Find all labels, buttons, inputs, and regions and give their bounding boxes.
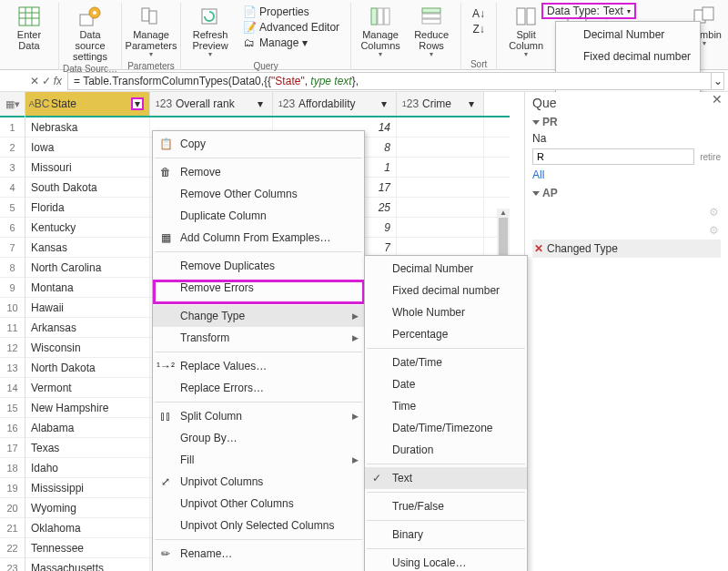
- type-icon[interactable]: 123: [402, 97, 419, 111]
- menu-item-group-by-[interactable]: Group By…: [153, 427, 364, 449]
- menu-item-add-column-from-examples-[interactable]: ▦Add Column From Examples…: [153, 227, 364, 249]
- row-number[interactable]: 19: [0, 478, 25, 498]
- menu-item-fill[interactable]: Fill▶: [153, 449, 364, 471]
- cell-state[interactable]: Nebraska: [25, 117, 150, 137]
- cell-state[interactable]: Montana: [25, 278, 150, 297]
- properties-button[interactable]: 📄Properties: [239, 5, 343, 19]
- column-filter-dropdown[interactable]: ▾: [131, 97, 144, 110]
- type-option-duration[interactable]: Duration: [365, 439, 527, 461]
- type-option-text[interactable]: ✓Text: [365, 467, 527, 489]
- row-number[interactable]: 8: [0, 258, 25, 278]
- refresh-preview-button[interactable]: RefreshPreview▾: [185, 3, 236, 61]
- advanced-editor-button[interactable]: 📝Advanced Editor: [239, 20, 343, 35]
- row-number[interactable]: 15: [0, 398, 25, 418]
- row-number[interactable]: 4: [0, 178, 25, 198]
- menu-item-move[interactable]: Move▶: [153, 565, 364, 571]
- sort-desc-button[interactable]: Z↓: [469, 22, 489, 36]
- row-number[interactable]: 17: [0, 438, 25, 458]
- cell-crime[interactable]: [397, 198, 484, 217]
- column-filter-dropdown[interactable]: ▾: [254, 97, 267, 110]
- menu-item-unpivot-only-selected-columns[interactable]: Unpivot Only Selected Columns: [153, 515, 364, 536]
- type-option-using-locale-[interactable]: Using Locale…: [365, 552, 527, 571]
- type-option-date[interactable]: Date: [365, 373, 527, 395]
- applied-step-changed-type[interactable]: ✕ Changed Type: [532, 240, 721, 258]
- cell-state[interactable]: Iowa: [25, 138, 150, 157]
- table-icon[interactable]: ▦▾: [0, 92, 25, 117]
- menu-item-change-type[interactable]: Change Type▶: [153, 305, 364, 327]
- formula-input[interactable]: = Table.TransformColumnTypes(Data0,{{"St…: [67, 72, 724, 90]
- column-header-overall-rank[interactable]: 123Overall rank▾: [150, 92, 273, 116]
- manage-columns-button[interactable]: ManageColumns▾: [355, 3, 406, 61]
- cell-crime[interactable]: [397, 238, 484, 257]
- row-number[interactable]: 13: [0, 358, 25, 378]
- cell-crime[interactable]: [397, 218, 484, 237]
- datatype-option-decimal-number[interactable]: Decimal Number: [556, 24, 700, 46]
- cell-state[interactable]: South Dakota: [25, 178, 150, 197]
- cell-state[interactable]: Alabama: [25, 418, 150, 437]
- applied-step[interactable]: ⚙: [532, 221, 721, 240]
- row-number[interactable]: 10: [0, 298, 25, 318]
- column-header-affordability[interactable]: 123Affordability▾: [273, 92, 397, 116]
- menu-item-unpivot-columns[interactable]: ⤢Unpivot Columns: [153, 471, 364, 493]
- manage-parameters-button[interactable]: ManageParameters▾: [126, 3, 177, 61]
- reduce-rows-button[interactable]: ReduceRows▾: [406, 3, 457, 61]
- cell-state[interactable]: Florida: [25, 198, 150, 217]
- cell-state[interactable]: Mississippi: [25, 478, 150, 497]
- menu-item-unpivot-other-columns[interactable]: Unpivot Other Columns: [153, 493, 364, 515]
- formula-expand-button[interactable]: ⌄: [711, 73, 723, 89]
- data-source-settings-button[interactable]: Data sourcesettings: [65, 3, 116, 64]
- cell-state[interactable]: Tennessee: [25, 538, 150, 557]
- type-option-date-time[interactable]: Date/Time: [365, 352, 527, 373]
- menu-item-duplicate-column[interactable]: Duplicate Column: [153, 205, 364, 227]
- all-properties-link[interactable]: All: [532, 168, 721, 181]
- type-option-time[interactable]: Time: [365, 395, 527, 417]
- cell-state[interactable]: Vermont: [25, 378, 150, 397]
- row-number[interactable]: 14: [0, 378, 25, 398]
- row-number[interactable]: 16: [0, 418, 25, 438]
- delete-step-icon[interactable]: ✕: [534, 242, 543, 255]
- type-option-percentage[interactable]: Percentage: [365, 323, 527, 345]
- type-icon[interactable]: 123: [156, 97, 172, 111]
- cell-state[interactable]: North Dakota: [25, 358, 150, 377]
- menu-item-split-column[interactable]: ⫿⫿Split Column▶: [153, 405, 364, 427]
- close-icon[interactable]: ✕: [30, 75, 39, 87]
- column-filter-dropdown[interactable]: ▾: [465, 97, 478, 110]
- manage-button[interactable]: 🗂Manage ▾: [239, 36, 343, 50]
- cell-state[interactable]: Wyoming: [25, 498, 150, 517]
- row-number[interactable]: 9: [0, 278, 25, 298]
- menu-item-rename-[interactable]: ✏Rename…: [153, 543, 364, 565]
- row-number[interactable]: 22: [0, 538, 25, 558]
- type-option-whole-number[interactable]: Whole Number: [365, 301, 527, 323]
- type-option-decimal-number[interactable]: Decimal Number: [365, 258, 527, 280]
- cell-state[interactable]: Oklahoma: [25, 518, 150, 537]
- type-icon[interactable]: ABC: [31, 97, 47, 111]
- type-icon[interactable]: 123: [278, 97, 295, 111]
- enter-data-button[interactable]: EnterData: [4, 3, 55, 53]
- menu-item-copy[interactable]: 📋Copy: [153, 133, 364, 155]
- menu-item-remove-errors[interactable]: Remove Errors: [153, 277, 364, 299]
- cell-crime[interactable]: [397, 117, 484, 137]
- type-option-binary[interactable]: Binary: [365, 524, 527, 546]
- data-type-dropdown[interactable]: Data Type: Text ▾: [541, 3, 636, 19]
- row-number[interactable]: 2: [0, 138, 25, 158]
- cell-state[interactable]: Hawaii: [25, 298, 150, 317]
- cell-state[interactable]: Missouri: [25, 158, 150, 177]
- cell-state[interactable]: North Carolina: [25, 258, 150, 277]
- row-number[interactable]: 5: [0, 198, 25, 218]
- row-number[interactable]: 18: [0, 458, 25, 478]
- column-header-crime[interactable]: 123Crime▾: [397, 92, 484, 116]
- menu-item-replace-errors-[interactable]: Replace Errors…: [153, 377, 364, 399]
- cell-crime[interactable]: [397, 178, 484, 197]
- cell-state[interactable]: Idaho: [25, 458, 150, 477]
- cell-state[interactable]: Kansas: [25, 238, 150, 257]
- cell-state[interactable]: Massachusetts: [25, 558, 150, 571]
- row-number[interactable]: 1: [0, 117, 25, 138]
- cell-state[interactable]: Wisconsin: [25, 338, 150, 357]
- applied-step[interactable]: ⚙: [532, 203, 721, 221]
- row-number[interactable]: 7: [0, 238, 25, 258]
- menu-item-replace-values-[interactable]: ¹→²Replace Values…: [153, 355, 364, 377]
- row-number[interactable]: 21: [0, 518, 25, 538]
- query-name-field[interactable]: [532, 148, 694, 165]
- row-number[interactable]: 20: [0, 498, 25, 518]
- check-icon[interactable]: ✓: [42, 75, 51, 87]
